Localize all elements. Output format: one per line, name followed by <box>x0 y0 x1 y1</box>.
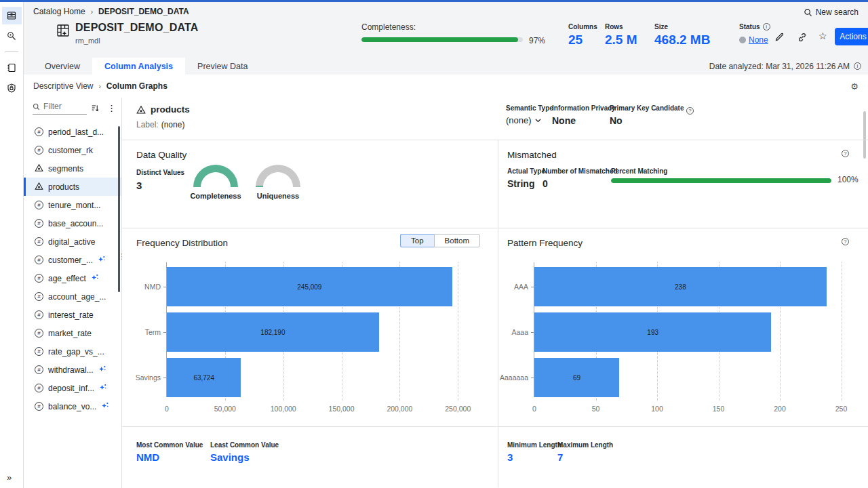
data-quality-title: Data Quality <box>136 150 186 160</box>
edit-pencil-icon[interactable] <box>774 32 785 42</box>
max-length-value: 7 <box>557 451 613 463</box>
breadcrumb-catalog-home[interactable]: Catalog Home <box>33 7 85 16</box>
ml-sparkle-icon <box>91 273 99 283</box>
overflow-menu-icon[interactable]: ⋮ <box>107 103 116 113</box>
numeric-type-icon: # <box>35 402 43 411</box>
column-name-label: base_accoun... <box>48 219 103 228</box>
bar-term: 182,190 <box>167 312 379 352</box>
filter-field[interactable] <box>33 102 87 115</box>
column-name-label: market_rate <box>48 329 92 338</box>
sidebar-item-withdrawal[interactable]: #withdrawal... <box>24 361 121 379</box>
chart-plot-area: 050,000100,000150,000200,000250,000245,0… <box>166 262 467 397</box>
sidebar-item-digital_active[interactable]: #digital_active <box>24 232 121 251</box>
toggle-top-button[interactable]: Top <box>400 234 434 247</box>
bar-savings: 63,724 <box>167 358 241 397</box>
ml-sparkle-icon <box>98 365 106 375</box>
max-length-label: Maximum Length <box>557 441 613 449</box>
information-privacy-value: None <box>552 115 615 126</box>
actions-button-label: Actions <box>840 32 866 41</box>
date-analyzed-info-icon[interactable]: i <box>854 62 861 70</box>
percent-matching-progressbar <box>611 178 831 183</box>
x-tick-label: 100,000 <box>271 405 296 413</box>
semantic-type-label: Semantic Type <box>506 104 553 112</box>
string-type-icon <box>35 182 43 192</box>
filter-input[interactable] <box>43 102 85 111</box>
sidebar-item-rate_gap_vs_[interactable]: #rate_gap_vs_... <box>24 342 121 361</box>
x-tick-label: 50,000 <box>214 405 236 413</box>
most-common-field: Most Common Value NMD <box>136 441 203 463</box>
sidebar-item-account_age_[interactable]: #account_age_... <box>24 287 121 306</box>
tab-overview[interactable]: Overview <box>33 58 92 75</box>
column-name-label: period_last_d... <box>48 127 104 137</box>
min-length-field: Minimum Length 3 <box>507 441 561 463</box>
ml-sparkle-icon <box>98 255 106 265</box>
sidebar-item-tenure_mont[interactable]: #tenure_mont... <box>24 196 121 214</box>
view-breadcrumb-parent[interactable]: Descriptive View <box>33 81 93 91</box>
sidebar-item-balance_vo[interactable]: #balance_vo... <box>24 397 121 415</box>
x-tick-label: 250,000 <box>445 405 471 413</box>
mismatched-help-icon[interactable]: ? <box>842 150 849 157</box>
sidebar-item-period_last_d[interactable]: #period_last_d... <box>24 123 121 141</box>
expand-rail-chevrons[interactable]: » <box>7 472 12 483</box>
pattern-frequency-title: Pattern Frequency <box>507 238 583 248</box>
selected-column-header: products Label:(none) Semantic Type (non… <box>122 98 868 140</box>
frequency-distribution-title: Frequency Distribution <box>136 238 228 248</box>
numeric-type-icon: # <box>35 256 43 264</box>
frequency-distribution-chart: NMDTermSavings 050,000100,000150,000200,… <box>123 262 467 403</box>
string-type-icon <box>35 163 43 174</box>
settings-gear-icon[interactable]: ⚙ <box>850 81 859 92</box>
actions-button[interactable]: Actions <box>835 28 868 45</box>
asset-header: Catalog Home › DEPOSIT_DEMO_DATA New sea… <box>24 2 868 58</box>
actual-type-label: Actual Type <box>507 167 545 175</box>
sidebar-item-segments[interactable]: segments <box>24 159 121 178</box>
numeric-type-icon: # <box>35 329 43 338</box>
actual-type-field: Actual Type String <box>507 167 545 189</box>
pattern-frequency-help-icon[interactable]: ? <box>842 238 849 245</box>
numeric-type-icon: # <box>35 274 43 283</box>
sidebar-scrollbar-thumb[interactable] <box>118 126 120 292</box>
sidebar-item-interest_rate[interactable]: #interest_rate <box>24 306 121 324</box>
stat-columns: Columns 25 <box>568 23 597 47</box>
column-name-label: deposit_inf... <box>48 384 94 393</box>
x-tick-label: 50 <box>592 405 600 413</box>
tab-column-analysis[interactable]: Column Analysis <box>92 58 185 75</box>
favorite-star-icon[interactable]: ☆ <box>818 30 827 41</box>
status-value-link[interactable]: None <box>749 35 768 45</box>
status-field: Status i None <box>739 23 770 45</box>
sort-icon[interactable] <box>91 104 99 113</box>
numeric-type-icon: # <box>35 292 43 301</box>
least-common-value: Savings <box>210 451 279 463</box>
sidebar-item-customer_rk[interactable]: #customer_rk <box>24 141 121 159</box>
toggle-bottom-button[interactable]: Bottom <box>434 234 480 247</box>
sidebar-item-market_rate[interactable]: #market_rate <box>24 324 121 342</box>
sidebar-item-products[interactable]: products <box>24 178 121 196</box>
tab-preview-data[interactable]: Preview Data <box>185 58 260 75</box>
mismatched-count-value: 0 <box>542 178 618 189</box>
bar-value-label: 63,724 <box>193 374 214 382</box>
semantic-type-dropdown[interactable]: (none) <box>506 115 553 125</box>
numeric-type-icon: # <box>35 237 43 246</box>
status-info-icon[interactable]: i <box>763 23 770 30</box>
sidebar-item-age_effect[interactable]: #age_effect <box>24 269 121 287</box>
percent-matching-fill <box>611 178 831 183</box>
sidebar-item-base_accoun[interactable]: #base_accoun... <box>24 214 121 232</box>
y-axis-category-labels: NMDTermSavings <box>123 262 166 403</box>
notebook-nav-icon[interactable] <box>2 59 22 77</box>
category-label: AAA <box>500 267 534 306</box>
category-label: Aaaaaaa <box>500 358 534 397</box>
percent-matching-field: Percent Matching <box>611 167 667 175</box>
sidebar-item-deposit_inf[interactable]: #deposit_inf... <box>24 379 121 397</box>
column-header-help-icon[interactable]: ? <box>686 107 694 115</box>
governance-shield-icon[interactable] <box>2 79 22 97</box>
new-search-button[interactable]: New search <box>804 7 859 17</box>
bar-value-label: 238 <box>675 283 686 291</box>
y-axis-category-labels: AAAAaaaAaaaaaa <box>500 262 534 403</box>
string-type-icon <box>136 105 146 115</box>
ml-sparkle-icon <box>101 401 109 411</box>
catalog-nav-icon[interactable] <box>2 7 22 24</box>
completeness-gauge: 100% Completeness <box>187 165 244 200</box>
link-chain-icon[interactable] <box>797 32 808 43</box>
search-discovery-icon[interactable] <box>2 27 22 45</box>
sidebar-item-customer_[interactable]: #customer_... <box>24 251 121 269</box>
numeric-type-icon: # <box>35 201 43 209</box>
